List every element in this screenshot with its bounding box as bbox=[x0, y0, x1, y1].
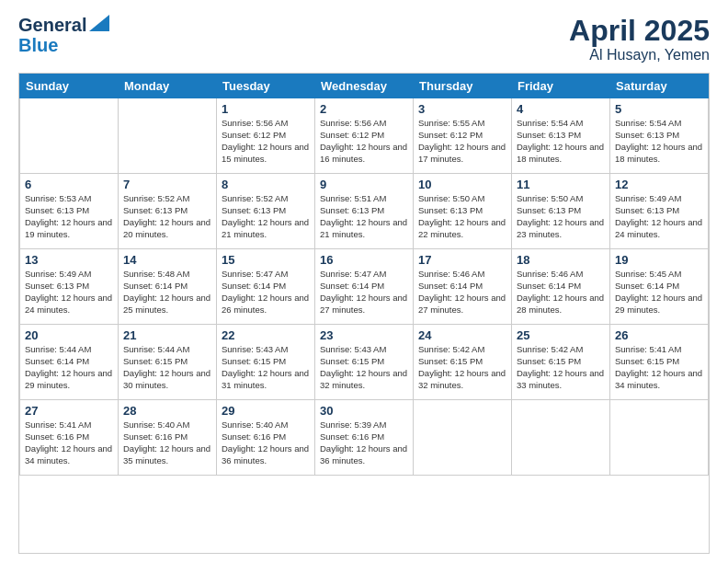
day-info: Sunrise: 5:47 AM Sunset: 6:14 PM Dayligh… bbox=[320, 269, 408, 316]
table-row: 2Sunrise: 5:56 AM Sunset: 6:12 PM Daylig… bbox=[315, 98, 414, 174]
calendar: Sunday Monday Tuesday Wednesday Thursday… bbox=[18, 73, 710, 554]
calendar-title: April 2025 bbox=[569, 15, 710, 47]
table-row: 25Sunrise: 5:42 AM Sunset: 6:15 PM Dayli… bbox=[512, 325, 610, 400]
page: General Blue April 2025 Al Husayn, Yemen… bbox=[0, 0, 728, 563]
day-number: 15 bbox=[222, 253, 310, 267]
day-number: 8 bbox=[222, 178, 310, 191]
day-number: 16 bbox=[320, 253, 408, 267]
day-number: 24 bbox=[418, 328, 506, 342]
col-monday: Monday bbox=[119, 75, 217, 98]
col-wednesday: Wednesday bbox=[315, 75, 414, 98]
table-row bbox=[414, 400, 512, 476]
day-number: 30 bbox=[320, 404, 408, 418]
table-row: 22Sunrise: 5:43 AM Sunset: 6:15 PM Dayli… bbox=[217, 325, 315, 400]
header: General Blue April 2025 Al Husayn, Yemen bbox=[18, 15, 710, 63]
day-info: Sunrise: 5:50 AM Sunset: 6:13 PM Dayligh… bbox=[418, 193, 506, 240]
day-number: 3 bbox=[418, 102, 506, 116]
day-number: 27 bbox=[25, 404, 113, 418]
day-info: Sunrise: 5:49 AM Sunset: 6:13 PM Dayligh… bbox=[615, 193, 703, 240]
day-number: 4 bbox=[517, 102, 605, 116]
day-info: Sunrise: 5:55 AM Sunset: 6:12 PM Dayligh… bbox=[418, 118, 506, 165]
day-number: 21 bbox=[123, 328, 211, 342]
table-row: 16Sunrise: 5:47 AM Sunset: 6:14 PM Dayli… bbox=[315, 249, 414, 325]
day-info: Sunrise: 5:46 AM Sunset: 6:14 PM Dayligh… bbox=[418, 269, 506, 316]
day-number: 7 bbox=[123, 178, 211, 191]
day-info: Sunrise: 5:40 AM Sunset: 6:16 PM Dayligh… bbox=[222, 419, 310, 466]
day-number: 13 bbox=[25, 253, 113, 267]
day-info: Sunrise: 5:40 AM Sunset: 6:16 PM Dayligh… bbox=[123, 419, 211, 466]
day-number: 18 bbox=[517, 253, 605, 267]
day-info: Sunrise: 5:41 AM Sunset: 6:16 PM Dayligh… bbox=[25, 419, 113, 466]
day-number: 2 bbox=[320, 102, 408, 116]
table-row: 13Sunrise: 5:49 AM Sunset: 6:13 PM Dayli… bbox=[20, 249, 119, 325]
table-row: 12Sunrise: 5:49 AM Sunset: 6:13 PM Dayli… bbox=[610, 174, 709, 249]
table-row: 4Sunrise: 5:54 AM Sunset: 6:13 PM Daylig… bbox=[512, 98, 610, 174]
svg-marker-0 bbox=[89, 15, 109, 31]
day-info: Sunrise: 5:43 AM Sunset: 6:15 PM Dayligh… bbox=[222, 344, 310, 391]
table-row: 29Sunrise: 5:40 AM Sunset: 6:16 PM Dayli… bbox=[217, 400, 315, 476]
day-info: Sunrise: 5:42 AM Sunset: 6:15 PM Dayligh… bbox=[418, 344, 506, 391]
table-row: 8Sunrise: 5:52 AM Sunset: 6:13 PM Daylig… bbox=[217, 174, 315, 249]
day-info: Sunrise: 5:48 AM Sunset: 6:14 PM Dayligh… bbox=[123, 269, 211, 316]
col-friday: Friday bbox=[512, 75, 610, 98]
day-number: 1 bbox=[222, 102, 310, 116]
table-row: 30Sunrise: 5:39 AM Sunset: 6:16 PM Dayli… bbox=[315, 400, 414, 476]
day-number: 12 bbox=[615, 178, 703, 191]
day-number: 17 bbox=[418, 253, 506, 267]
day-number: 10 bbox=[418, 178, 506, 191]
table-row bbox=[119, 98, 217, 174]
col-saturday: Saturday bbox=[610, 75, 709, 98]
table-row: 28Sunrise: 5:40 AM Sunset: 6:16 PM Dayli… bbox=[119, 400, 217, 476]
day-number: 22 bbox=[222, 328, 310, 342]
day-number: 11 bbox=[517, 178, 605, 191]
logo-icon bbox=[89, 15, 109, 31]
day-info: Sunrise: 5:54 AM Sunset: 6:13 PM Dayligh… bbox=[615, 118, 703, 165]
day-number: 26 bbox=[615, 328, 703, 342]
table-row: 21Sunrise: 5:44 AM Sunset: 6:15 PM Dayli… bbox=[119, 325, 217, 400]
day-info: Sunrise: 5:49 AM Sunset: 6:13 PM Dayligh… bbox=[25, 269, 113, 316]
day-number: 29 bbox=[222, 404, 310, 418]
day-number: 6 bbox=[25, 178, 113, 191]
col-thursday: Thursday bbox=[414, 75, 512, 98]
day-info: Sunrise: 5:39 AM Sunset: 6:16 PM Dayligh… bbox=[320, 419, 408, 466]
day-info: Sunrise: 5:56 AM Sunset: 6:12 PM Dayligh… bbox=[222, 118, 310, 165]
logo: General Blue bbox=[18, 15, 109, 55]
table-row: 7Sunrise: 5:52 AM Sunset: 6:13 PM Daylig… bbox=[119, 174, 217, 249]
day-number: 23 bbox=[320, 328, 408, 342]
day-info: Sunrise: 5:53 AM Sunset: 6:13 PM Dayligh… bbox=[25, 193, 113, 240]
table-row: 17Sunrise: 5:46 AM Sunset: 6:14 PM Dayli… bbox=[414, 249, 512, 325]
table-row: 15Sunrise: 5:47 AM Sunset: 6:14 PM Dayli… bbox=[217, 249, 315, 325]
table-row bbox=[20, 98, 119, 174]
day-number: 25 bbox=[517, 328, 605, 342]
title-block: April 2025 Al Husayn, Yemen bbox=[569, 15, 710, 63]
day-info: Sunrise: 5:45 AM Sunset: 6:14 PM Dayligh… bbox=[615, 269, 703, 316]
table-row: 5Sunrise: 5:54 AM Sunset: 6:13 PM Daylig… bbox=[610, 98, 709, 174]
day-number: 20 bbox=[25, 328, 113, 342]
table-row: 6Sunrise: 5:53 AM Sunset: 6:13 PM Daylig… bbox=[20, 174, 119, 249]
day-info: Sunrise: 5:52 AM Sunset: 6:13 PM Dayligh… bbox=[123, 193, 211, 240]
table-row: 9Sunrise: 5:51 AM Sunset: 6:13 PM Daylig… bbox=[315, 174, 414, 249]
table-row: 23Sunrise: 5:43 AM Sunset: 6:15 PM Dayli… bbox=[315, 325, 414, 400]
table-row: 27Sunrise: 5:41 AM Sunset: 6:16 PM Dayli… bbox=[20, 400, 119, 476]
table-row: 11Sunrise: 5:50 AM Sunset: 6:13 PM Dayli… bbox=[512, 174, 610, 249]
day-number: 9 bbox=[320, 178, 408, 191]
day-info: Sunrise: 5:41 AM Sunset: 6:15 PM Dayligh… bbox=[615, 344, 703, 391]
logo-text-blue: Blue bbox=[18, 35, 58, 55]
day-info: Sunrise: 5:56 AM Sunset: 6:12 PM Dayligh… bbox=[320, 118, 408, 165]
day-number: 14 bbox=[123, 253, 211, 267]
table-row: 10Sunrise: 5:50 AM Sunset: 6:13 PM Dayli… bbox=[414, 174, 512, 249]
table-row: 24Sunrise: 5:42 AM Sunset: 6:15 PM Dayli… bbox=[414, 325, 512, 400]
day-info: Sunrise: 5:42 AM Sunset: 6:15 PM Dayligh… bbox=[517, 344, 605, 391]
day-info: Sunrise: 5:54 AM Sunset: 6:13 PM Dayligh… bbox=[517, 118, 605, 165]
day-info: Sunrise: 5:50 AM Sunset: 6:13 PM Dayligh… bbox=[517, 193, 605, 240]
table-row: 14Sunrise: 5:48 AM Sunset: 6:14 PM Dayli… bbox=[119, 249, 217, 325]
col-tuesday: Tuesday bbox=[217, 75, 315, 98]
day-info: Sunrise: 5:43 AM Sunset: 6:15 PM Dayligh… bbox=[320, 344, 408, 391]
table-row: 18Sunrise: 5:46 AM Sunset: 6:14 PM Dayli… bbox=[512, 249, 610, 325]
table-row: 20Sunrise: 5:44 AM Sunset: 6:14 PM Dayli… bbox=[20, 325, 119, 400]
day-info: Sunrise: 5:52 AM Sunset: 6:13 PM Dayligh… bbox=[222, 193, 310, 240]
day-number: 5 bbox=[615, 102, 703, 116]
table-row: 3Sunrise: 5:55 AM Sunset: 6:12 PM Daylig… bbox=[414, 98, 512, 174]
table-row: 26Sunrise: 5:41 AM Sunset: 6:15 PM Dayli… bbox=[610, 325, 709, 400]
table-row: 19Sunrise: 5:45 AM Sunset: 6:14 PM Dayli… bbox=[610, 249, 709, 325]
